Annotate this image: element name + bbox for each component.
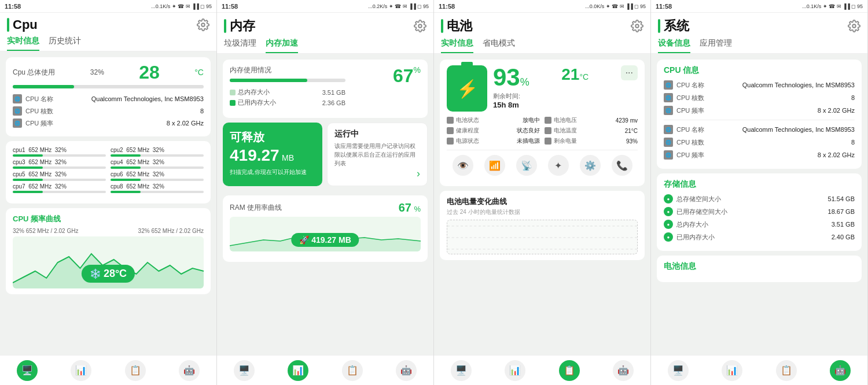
- mem-progress-bg: [230, 79, 345, 82]
- bq-settings[interactable]: ⚙️: [580, 155, 601, 176]
- bat-power-state: 电源状态 未插电源: [447, 137, 540, 145]
- cpu-temp-bubble: ❄️ 28°C: [82, 265, 135, 283]
- tab-device-info[interactable]: 设备信息: [658, 38, 690, 53]
- bq-bluetooth[interactable]: ✦: [548, 155, 569, 176]
- cpu-temp-unit: °C: [194, 68, 204, 77]
- nav-sys-list[interactable]: 📋: [776, 360, 797, 381]
- cpu-title: Cpu: [7, 17, 38, 32]
- core-5: cpu5 652 MHz 32%: [13, 171, 106, 181]
- cpu-tabs: 实时信息 历史统计: [7, 36, 209, 51]
- mem-header: 内存 垃圾清理 内存加速: [217, 13, 433, 54]
- nav-cpu-chart[interactable]: 📊: [71, 360, 91, 381]
- system-panel: 11:58 ...0.1K/s ✦ ☎ ✉ ▐▐ ◻ 95 系统 设备信息 应用…: [651, 0, 868, 385]
- running-desc: 该应用需要使用用户记录访问权限以便展示后台正在运行的应用列表: [334, 142, 420, 168]
- bq-wifi[interactable]: 📶: [484, 155, 505, 176]
- nav-mem-list[interactable]: 📋: [342, 360, 363, 381]
- bat-tabs: 实时信息 省电模式: [441, 38, 643, 53]
- cpu-globe-icon: 🌐: [13, 94, 22, 103]
- nav-bat-list[interactable]: 📋: [559, 360, 580, 381]
- bat-temp: 电池温度 21°C: [545, 127, 638, 135]
- running-arrow[interactable]: ›: [334, 168, 420, 180]
- tab-app-mgmt[interactable]: 应用管理: [700, 38, 732, 53]
- bq-phone[interactable]: 📞: [612, 155, 632, 176]
- nav-mem-home[interactable]: 🖥️: [234, 360, 255, 381]
- nav-mem-chart[interactable]: 📊: [288, 360, 308, 381]
- sys-time: 11:58: [656, 3, 672, 10]
- rocket-icon: 🚀: [299, 235, 309, 245]
- tab-mem-boost[interactable]: 内存加速: [266, 38, 298, 53]
- mem-settings-icon[interactable]: [414, 20, 426, 32]
- nav-cpu-list[interactable]: 📋: [125, 360, 146, 381]
- core-1: cpu1 652 MHz 32%: [13, 147, 106, 157]
- sys-cpu-name-2: 🌐 CPU 名称 Qualcomm Technologies, Inc MSM8…: [664, 125, 855, 134]
- cpu-status-bar: 11:58 ...0.1K/s ✦ ☎ ✉ ▐▐ ◻ 95: [0, 0, 216, 13]
- cpu-settings-icon[interactable]: [197, 18, 209, 31]
- release-title: 可释放: [230, 129, 315, 145]
- bat-voltage: 电池电压 4239 mv: [545, 116, 638, 124]
- nav-sys-bot[interactable]: 🤖: [830, 360, 851, 381]
- bq-signal[interactable]: 📡: [516, 155, 537, 176]
- tab-garbage[interactable]: 垃圾清理: [224, 38, 256, 53]
- storage-icon-4: ●: [664, 232, 673, 242]
- bat-header: 电池 实时信息 省电模式: [434, 13, 650, 54]
- svg-point-2: [418, 24, 422, 28]
- cpu-cores-grid: cpu1 652 MHz 32% cpu2 652 MHz 32% cpu3 6…: [13, 147, 204, 193]
- cpu-freq-value: 8 x 2.02 GHz: [60, 120, 204, 127]
- nav-bat-bot[interactable]: 🤖: [613, 360, 634, 381]
- sys-bottom-nav: 🖥️ 📊 📋 🤖: [651, 355, 867, 385]
- ram-chart-card: RAM 使用率曲线 67 % 🚀 419.27 MB: [223, 195, 428, 262]
- sys-cpu-name-icon-1: 🌐: [664, 80, 673, 90]
- mem-legend: 总内存大小 3.51 GB 已用内存大小 2.36 GB: [230, 88, 345, 107]
- release-running-row: 可释放 419.27 MB 扫描完成,你现在可以开始加速 运行中 该应用需要使用…: [223, 123, 428, 191]
- sys-cpu-cores-1: 🌐 CPU 核数 8: [664, 93, 855, 102]
- battery-more-btn[interactable]: ···: [621, 65, 638, 80]
- nav-sys-home[interactable]: 🖥️: [668, 360, 689, 381]
- bq-eye[interactable]: 👁️: [453, 155, 473, 176]
- cpu-progress-fill: [13, 85, 74, 88]
- sys-used-storage: ● 已用存储空间大小 18.67 GB: [664, 207, 855, 216]
- ram-chart-title: RAM 使用率曲线: [230, 203, 282, 213]
- cpu-content: Cpu 总体使用 32% 28°C 🌐 CPU 名称 Qualcomm Tech…: [0, 51, 216, 355]
- sys-settings-icon[interactable]: [848, 20, 860, 32]
- storage-icon-2: ●: [664, 207, 673, 216]
- bat-title: 电池: [441, 17, 472, 35]
- cpu-freq-chart: ❄️ 28°C: [13, 236, 204, 288]
- running-card: 运行中 该应用需要使用用户记录访问权限以便展示后台正在运行的应用列表 ›: [327, 123, 428, 186]
- nav-mem-bot[interactable]: 🤖: [396, 360, 417, 381]
- sys-tabs: 设备信息 应用管理: [658, 38, 860, 53]
- bat-chart-title: 电池电量变化曲线: [447, 197, 638, 207]
- cpu-freq-label: CPU 频率: [25, 119, 60, 128]
- cpu-cores-card: cpu1 652 MHz 32% cpu2 652 MHz 32% cpu3 6…: [6, 141, 211, 203]
- cpu-time: 11:58: [5, 3, 21, 10]
- svg-point-8: [852, 24, 856, 28]
- bat-top-card: ⚡ 93% 21°C ··· 剩余时间: 15h 8m: [440, 60, 645, 186]
- cpu-freq-meta: 32% 652 MHz / 2.02 GHz 32% 652 MHz / 2.0…: [13, 228, 204, 234]
- cpu-progress-bg: [13, 85, 204, 88]
- cpu-status-icons: ...0.1K/s ✦ ☎ ✉ ▐▐ ◻ 95: [151, 3, 212, 9]
- tab-bat-saver[interactable]: 省电模式: [483, 38, 515, 53]
- battery-info-grid: 电池状态 放电中 电池电压 4239 mv 健康程度 状态良好 电池温度 21°…: [447, 116, 638, 145]
- bat-health: 健康程度 状态良好: [447, 127, 540, 135]
- ram-bubble: 🚀 419.27 MB: [291, 233, 359, 247]
- nav-cpu-bot[interactable]: 🤖: [179, 360, 200, 381]
- tab-realtime-cpu[interactable]: 实时信息: [7, 36, 39, 51]
- nav-sys-chart[interactable]: 📊: [722, 360, 742, 381]
- nav-bat-chart[interactable]: 📊: [505, 360, 525, 381]
- tab-history-cpu[interactable]: 历史统计: [49, 36, 81, 51]
- nav-bat-home[interactable]: 🖥️: [451, 360, 472, 381]
- battery-temp: 21: [561, 65, 579, 83]
- sys-used-mem: ● 已用内存大小 2.40 GB: [664, 232, 855, 242]
- sys-status-bar: 11:58 ...0.1K/s ✦ ☎ ✉ ▐▐ ◻ 95: [651, 0, 867, 13]
- mem-time: 11:58: [222, 3, 238, 10]
- sys-cpu-card: CPU 信息 🌐 CPU 名称 Qualcomm Technologies, I…: [657, 60, 862, 169]
- bat-chart-card: 电池电量变化曲线 过去 24 小时的电量统计数据: [440, 191, 645, 260]
- tab-bat-realtime[interactable]: 实时信息: [441, 38, 473, 53]
- battery-pct: 93: [493, 64, 520, 91]
- battery-stats: 93% 21°C ··· 剩余时间: 15h 8m: [493, 65, 638, 112]
- bat-settings-icon[interactable]: [631, 20, 643, 32]
- core-3: cpu3 652 MHz 32%: [13, 159, 106, 169]
- nav-cpu-home[interactable]: 🖥️: [17, 360, 38, 381]
- sys-cpu-name-icon-2: 🌐: [664, 125, 673, 134]
- cpu-info-row-freq: 🌐 CPU 频率 8 x 2.02 GHz: [13, 119, 204, 128]
- sys-total-storage: ● 总存储空间大小 51.54 GB: [664, 194, 855, 203]
